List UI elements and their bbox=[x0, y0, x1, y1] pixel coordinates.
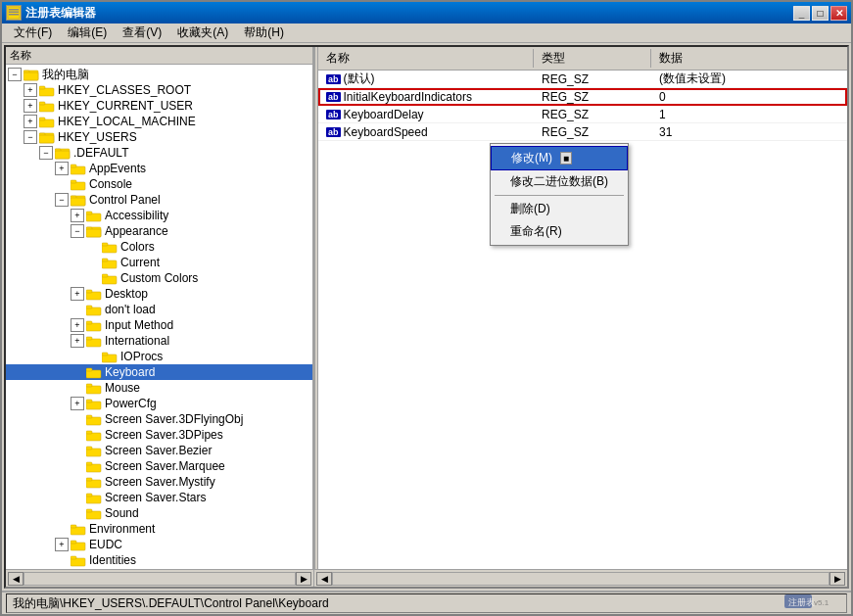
tree-node-eudc[interactable]: + EUDC bbox=[6, 537, 312, 552]
tree-node-ssbezier[interactable]: Screen Saver.Bezier bbox=[6, 443, 312, 458]
svg-rect-68 bbox=[71, 525, 76, 528]
ctx-rename[interactable]: 重命名(R) bbox=[491, 220, 628, 243]
svg-rect-38 bbox=[86, 290, 92, 293]
registry-row-initial-keyboard[interactable]: ab InitialKeyboardIndicators REG_SZ 0 bbox=[318, 88, 847, 106]
svg-rect-12 bbox=[39, 118, 45, 120]
svg-rect-32 bbox=[102, 243, 108, 246]
ab-icon: ab bbox=[326, 74, 341, 84]
tree-panel[interactable]: 名称 − 我的电脑 bbox=[6, 47, 314, 569]
registry-row-default[interactable]: ab (默认) REG_SZ (数值未设置) bbox=[318, 71, 847, 88]
title-bar: 注册表编辑器 _ □ ✕ bbox=[2, 2, 851, 24]
registry-row-keyboard-speed[interactable]: ab KeyboardSpeed REG_SZ 31 bbox=[318, 123, 847, 141]
tree-node-desktop[interactable]: + Desktop bbox=[6, 286, 312, 302]
ab-icon-4: ab bbox=[326, 127, 341, 137]
tree-node-hku[interactable]: − HKEY_USERS bbox=[6, 129, 312, 145]
svg-rect-6 bbox=[24, 72, 38, 80]
svg-text:注册表: 注册表 bbox=[788, 597, 815, 607]
tree-node-keyboard[interactable]: Keyboard bbox=[6, 364, 312, 380]
ab-icon-2: ab bbox=[326, 92, 341, 102]
svg-rect-62 bbox=[86, 478, 92, 481]
tree-node-ss3dpipes[interactable]: Screen Saver.3DPipes bbox=[6, 427, 312, 443]
tree-node-hkcr[interactable]: + HKEY_CLASSES_ROOT bbox=[6, 82, 312, 98]
svg-rect-1 bbox=[9, 9, 19, 11]
ctx-delete[interactable]: 删除(D) bbox=[491, 198, 628, 220]
tree-node-hklm[interactable]: + HKEY_LOCAL_MACHINE bbox=[6, 114, 312, 129]
tree-node-default[interactable]: − .DEFAULT bbox=[6, 145, 312, 161]
tree-node-keyboard-layout[interactable]: + Keyboard Layout bbox=[6, 568, 312, 569]
tree-node-sound[interactable]: Sound bbox=[6, 505, 312, 521]
menu-file[interactable]: 文件(F) bbox=[6, 23, 60, 43]
col-header-type: 类型 bbox=[534, 49, 651, 68]
context-menu: 修改(M) ■ 修改二进位数据(B) 删除(D) 重命名(R) bbox=[490, 143, 629, 246]
tree-node-ssmarquee[interactable]: Screen Saver.Marquee bbox=[6, 458, 312, 474]
tree-node-accessibility[interactable]: + Accessibility bbox=[6, 208, 312, 223]
right-panel: 名称 类型 数据 ab (默认) REG_SZ (数值未设置) ab bbox=[318, 47, 847, 569]
svg-rect-72 bbox=[71, 556, 76, 559]
menu-edit[interactable]: 编辑(E) bbox=[60, 23, 115, 43]
tree-node-ioprocs[interactable]: IOProcs bbox=[6, 349, 312, 364]
svg-rect-20 bbox=[71, 165, 76, 167]
tree-node-hkcu[interactable]: + HKEY_CURRENT_USER bbox=[6, 98, 312, 114]
menu-help[interactable]: 帮助(H) bbox=[236, 23, 292, 43]
tree-node-mycomputer[interactable]: − 我的电脑 bbox=[6, 67, 312, 82]
close-button[interactable]: ✕ bbox=[830, 6, 847, 21]
tree-node-ssmystify[interactable]: Screen Saver.Mystify bbox=[6, 474, 312, 490]
status-bar: 我的电脑\HKEY_USERS\.DEFAULT\Control Panel\K… bbox=[2, 591, 851, 614]
tree-node-current[interactable]: Current bbox=[6, 255, 312, 270]
svg-rect-40 bbox=[86, 306, 92, 308]
tree-column-header: 名称 bbox=[6, 47, 312, 65]
tree-node-appearance[interactable]: − Appearance bbox=[6, 223, 312, 239]
svg-rect-2 bbox=[9, 12, 19, 14]
svg-rect-30 bbox=[86, 229, 101, 237]
tree-node-powercfg[interactable]: + PowerCfg bbox=[6, 396, 312, 411]
menu-favorites[interactable]: 收藏夹(A) bbox=[169, 23, 236, 43]
svg-rect-56 bbox=[86, 431, 92, 434]
svg-rect-18 bbox=[55, 151, 70, 159]
svg-rect-58 bbox=[86, 447, 92, 450]
right-scroll-btn-right[interactable]: ▶ bbox=[829, 572, 845, 586]
right-scroll-btn[interactable]: ◀ bbox=[316, 572, 332, 586]
svg-rect-25 bbox=[71, 198, 85, 206]
left-scroll-btn[interactable]: ◀ bbox=[8, 572, 24, 586]
maximize-button[interactable]: □ bbox=[812, 6, 829, 21]
tree-node-inputmethod[interactable]: + Input Method bbox=[6, 317, 312, 333]
tree-node-environment[interactable]: Environment bbox=[6, 521, 312, 537]
svg-rect-3 bbox=[9, 14, 19, 16]
tree-node-ss3dfly[interactable]: Screen Saver.3DFlyingObj bbox=[6, 411, 312, 427]
tree-node-mouse[interactable]: Mouse bbox=[6, 380, 312, 396]
h-scroll-area: ◀ ▶ ◀ ▶ bbox=[6, 569, 847, 587]
tree-node-international[interactable]: + International bbox=[6, 333, 312, 349]
right-scroll-track[interactable] bbox=[332, 572, 829, 586]
tree-node-custom-colors[interactable]: Custom Colors bbox=[6, 270, 312, 286]
tree-node-console[interactable]: Console bbox=[6, 176, 312, 192]
registry-row-keyboard-delay[interactable]: ab KeyboardDelay REG_SZ 1 bbox=[318, 106, 847, 123]
tree-node-controlpanel[interactable]: − Control Panel bbox=[6, 192, 312, 208]
left-scroll-track[interactable] bbox=[24, 572, 296, 586]
svg-rect-15 bbox=[39, 135, 54, 143]
main-content: 名称 − 我的电脑 bbox=[4, 45, 849, 589]
svg-rect-60 bbox=[86, 462, 92, 465]
svg-rect-42 bbox=[86, 321, 92, 324]
svg-rect-70 bbox=[71, 541, 76, 544]
tree-node-colors[interactable]: Colors bbox=[6, 239, 312, 255]
ctx-separator bbox=[495, 195, 624, 196]
svg-rect-66 bbox=[86, 509, 92, 512]
registry-tree: − 我的电脑 + bbox=[6, 65, 312, 569]
menu-view[interactable]: 查看(V) bbox=[115, 23, 169, 43]
svg-rect-22 bbox=[71, 180, 76, 183]
tree-node-appevents[interactable]: + AppEvents bbox=[6, 161, 312, 176]
ctx-modify-binary[interactable]: 修改二进位数据(B) bbox=[491, 170, 628, 193]
window-frame: 注册表编辑器 _ □ ✕ 文件(F) 编辑(E) 查看(V) 收藏夹(A) 帮助… bbox=[0, 0, 853, 616]
svg-rect-10 bbox=[39, 102, 45, 105]
tree-node-identities[interactable]: Identities bbox=[6, 552, 312, 568]
status-text: 我的电脑\HKEY_USERS\.DEFAULT\Control Panel\K… bbox=[13, 595, 329, 612]
ctx-modify[interactable]: 修改(M) ■ bbox=[491, 146, 628, 170]
svg-rect-34 bbox=[102, 259, 108, 261]
col-header-name: 名称 bbox=[318, 49, 534, 68]
bottom-logo: 注册表 v5.1 bbox=[784, 592, 843, 612]
tree-node-dontload[interactable]: don't load bbox=[6, 302, 312, 317]
minimize-button[interactable]: _ bbox=[793, 6, 810, 21]
tree-node-ssstars[interactable]: Screen Saver.Stars bbox=[6, 490, 312, 505]
left-scroll-btn-right[interactable]: ▶ bbox=[296, 572, 311, 586]
svg-rect-64 bbox=[86, 494, 92, 497]
